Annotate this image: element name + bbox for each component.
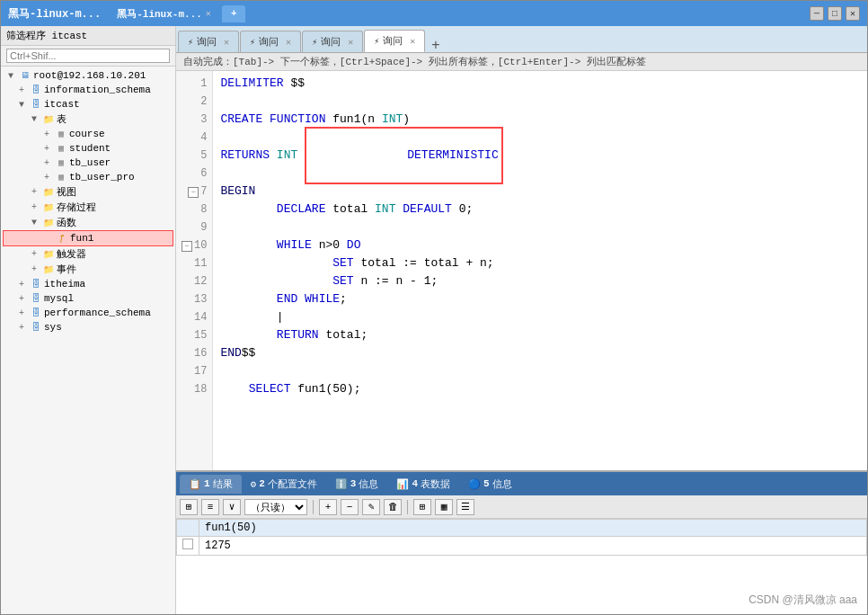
tree-item-funcs[interactable]: ▼ 📁 函数 — [3, 215, 173, 230]
tree-item-mysql[interactable]: + 🗄 mysql — [3, 291, 173, 306]
code-editor[interactable]: 1 2 3 4 5 6 −7 8 9 −10 11 12 13 14 15 16 — [176, 71, 867, 470]
tree-item-sys[interactable]: + 🗄 sys — [3, 320, 173, 334]
toolbar-btn-grid[interactable]: ⊞ — [180, 499, 198, 515]
tab-add-button[interactable]: + — [426, 38, 445, 52]
toggle-itheima[interactable]: + — [15, 280, 28, 290]
tree-label-root: root@192.168.10.201 — [33, 70, 146, 81]
toggle-funcs[interactable]: ▼ — [28, 218, 40, 227]
kw-delimiter: DELIMITER — [220, 75, 283, 93]
tree-item-course[interactable]: + ▦ course — [3, 127, 173, 141]
tree-item-tables[interactable]: ▼ 📁 表 — [3, 111, 173, 127]
toggle-events[interactable]: + — [28, 264, 40, 274]
toolbar-btn-edit[interactable]: ✎ — [362, 499, 380, 515]
toolbar-btn-remove[interactable]: − — [341, 499, 359, 515]
editor-tab-1[interactable]: ⚡ 询问 ✕ — [178, 31, 239, 52]
toggle-triggers[interactable]: + — [28, 249, 40, 259]
bottom-panel: 📋 1 结果 ⚙️ 2 个配置文件 ℹ️ 3 信息 — [176, 470, 867, 614]
toolbar-btn-view2[interactable]: ▦ — [435, 499, 453, 515]
toggle-sys[interactable]: + — [15, 323, 28, 333]
bottom-tab-info1-num: 3 — [350, 478, 357, 489]
tree-item-itcast[interactable]: ▼ 🗄 itcast — [3, 97, 173, 111]
minimize-button[interactable]: ─ — [810, 6, 824, 21]
maximize-button[interactable]: □ — [828, 6, 842, 21]
folder-icon-procs: 📁 — [42, 201, 55, 214]
toggle-performance-schema[interactable]: + — [15, 308, 28, 318]
line-num-7: −7 — [176, 183, 212, 201]
tab-icon-2: ⚡ — [250, 37, 255, 48]
tab-close-3[interactable]: ✕ — [348, 37, 353, 48]
tree-label-views: 视图 — [57, 185, 76, 199]
fold-btn-7[interactable]: − — [188, 187, 199, 198]
bottom-tab-result-icon: 📋 — [189, 478, 201, 490]
bottom-tab-info1[interactable]: ℹ️ 3 信息 — [326, 475, 388, 494]
tree-label-tb-user-pro: tb_user_pro — [69, 172, 135, 183]
tree-item-tb-user-pro[interactable]: + ▦ tb_user_pro — [3, 170, 173, 184]
tree-item-triggers[interactable]: + 📁 触发器 — [3, 246, 173, 262]
bottom-tab-info2[interactable]: 🔵 5 信息 — [459, 475, 521, 494]
result-row-1-check[interactable] — [177, 537, 199, 556]
bottom-tab-info1-label: 信息 — [359, 477, 378, 491]
tree-item-root[interactable]: ▼ 🖥 root@192.168.10.201 — [3, 68, 173, 83]
tree-item-performance-schema[interactable]: + 🗄 performance_schema — [3, 306, 173, 320]
editor-tab-2[interactable]: ⚡ 询问 ✕ — [240, 31, 301, 52]
tab-icon-4: ⚡ — [374, 36, 379, 47]
bottom-tab-result[interactable]: 📋 1 结果 — [180, 475, 242, 494]
filter-input[interactable] — [6, 49, 170, 63]
toggle-mysql[interactable]: + — [15, 294, 28, 304]
tree-item-procs[interactable]: + 📁 存储过程 — [3, 200, 173, 215]
editor-tab-3[interactable]: ⚡ 询问 ✕ — [302, 31, 363, 52]
readonly-select[interactable]: （只读） — [244, 499, 307, 515]
toolbar-divider-2 — [407, 500, 408, 514]
tree-item-fun1[interactable]: ƒ fun1 — [3, 230, 173, 246]
toolbar-btn-list[interactable]: ≡ — [201, 499, 219, 515]
tree-label-procs: 存储过程 — [57, 201, 96, 214]
tree-item-student[interactable]: + ▦ student — [3, 141, 173, 156]
tree-item-views[interactable]: + 📁 视图 — [3, 184, 173, 200]
bottom-tab-config[interactable]: ⚙️ 2 个配置文件 — [242, 475, 326, 494]
tree-item-information-schema[interactable]: + 🗄 information_schema — [3, 83, 173, 97]
sidebar: 筛选程序 itcast ▼ 🖥 root@192.168.10.201 + 🗄 … — [1, 26, 176, 614]
line-num-15: 15 — [176, 326, 212, 344]
line-numbers: 1 2 3 4 5 6 −7 8 9 −10 11 12 13 14 15 16 — [176, 71, 213, 470]
close-button[interactable]: ✕ — [846, 6, 860, 21]
toggle-tables[interactable]: ▼ — [28, 114, 40, 124]
toolbar-btn-view3[interactable]: ☰ — [456, 499, 474, 515]
title-tab-main[interactable]: 黑马-linux-m... ✕ — [108, 5, 220, 22]
toggle-itcast[interactable]: ▼ — [15, 100, 28, 110]
toolbar-btn-view1[interactable]: ⊞ — [413, 499, 431, 515]
title-tab-close[interactable]: ✕ — [206, 8, 211, 19]
db-icon-information-schema: 🗄 — [30, 84, 42, 96]
tree-item-events[interactable]: + 📁 事件 — [3, 262, 173, 277]
code-content[interactable]: DELIMITER $$ CREATE FUNCTION fun1(n INT … — [213, 71, 867, 470]
toggle-course[interactable]: + — [40, 129, 53, 139]
toggle-procs[interactable]: + — [28, 202, 40, 212]
toolbar-btn-dropdown[interactable]: ∨ — [223, 499, 241, 515]
row-checkbox-1[interactable] — [182, 539, 193, 549]
db-icon-sys: 🗄 — [30, 321, 42, 334]
code-line-3: CREATE FUNCTION fun1(n INT ) — [220, 111, 860, 129]
toolbar-btn-add[interactable]: + — [319, 499, 337, 515]
tree-item-itheima[interactable]: + 🗄 itheima — [3, 277, 173, 291]
toolbar-btn-delete[interactable]: 🗑 — [384, 499, 402, 515]
server-icon: 🖥 — [19, 69, 31, 82]
toggle-views[interactable]: + — [28, 187, 40, 197]
bottom-tab-tabledata[interactable]: 📊 4 表数据 — [387, 475, 459, 494]
tab-close-2[interactable]: ✕ — [286, 37, 291, 48]
tab-close-1[interactable]: ✕ — [224, 37, 229, 48]
fold-btn-10[interactable]: − — [182, 241, 192, 252]
db-icon-mysql: 🗄 — [30, 292, 42, 305]
bottom-tab-tabledata-num: 4 — [412, 478, 418, 489]
toggle-information-schema[interactable]: + — [15, 85, 28, 95]
toggle-tb-user[interactable]: + — [40, 158, 53, 168]
editor-tab-4[interactable]: ⚡ 询问 ✕ — [364, 30, 425, 52]
toggle-root[interactable]: ▼ — [4, 71, 17, 81]
title-tab-new[interactable]: + — [222, 5, 246, 22]
tab-close-4[interactable]: ✕ — [410, 36, 415, 47]
table-icon-student: ▦ — [55, 142, 67, 155]
db-icon-itheima: 🗄 — [30, 278, 42, 290]
result-table: fun1(50) 1275 — [176, 519, 867, 556]
tree-item-tb-user[interactable]: + ▦ tb_user — [3, 156, 173, 170]
toggle-tb-user-pro[interactable]: + — [40, 173, 53, 183]
code-line-14: | — [220, 308, 860, 326]
toggle-student[interactable]: + — [40, 144, 53, 154]
